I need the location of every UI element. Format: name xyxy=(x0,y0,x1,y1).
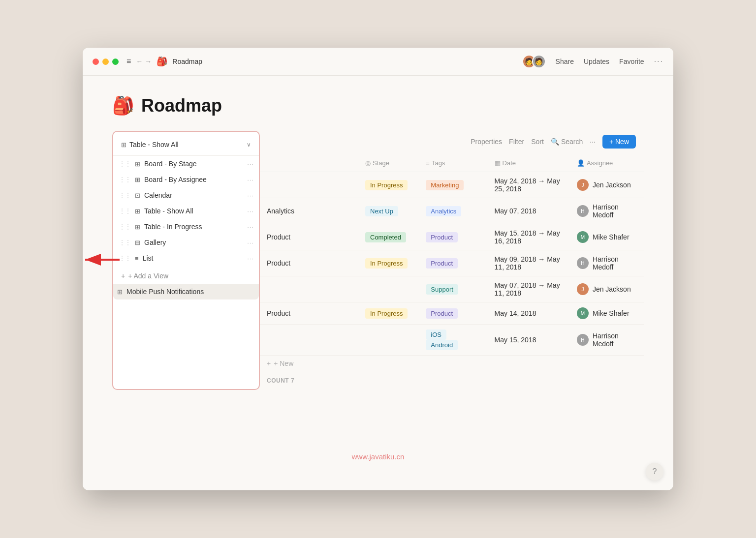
properties-button[interactable]: Properties xyxy=(471,138,502,146)
cell-assignee-5: MMike Shafer xyxy=(569,302,644,325)
red-arrow-indicator xyxy=(83,252,122,269)
cell-tags-6: iOSAndroid xyxy=(418,325,486,356)
board-icon-1: ⊞ xyxy=(135,160,140,168)
more-options-icon-4[interactable]: ··· xyxy=(247,208,254,215)
add-view-label: + Add a View xyxy=(128,272,168,280)
assignee-avatar-4: J xyxy=(577,283,589,295)
col-header-tags: ≡Tags xyxy=(418,154,486,172)
table-row[interactable]: ProductCompletedProductMay 15, 2018 → Ma… xyxy=(259,224,644,250)
sort-button[interactable]: Sort xyxy=(531,138,544,146)
assignee-name-4: Jen Jackson xyxy=(593,285,631,293)
cell-date-4: May 07, 2018 → May 11, 2018 xyxy=(487,276,569,302)
view-item-calendar[interactable]: ⋮⋮ ⊡ Calendar ··· xyxy=(113,187,259,203)
view-item-board-by-stage[interactable]: ⋮⋮ ⊞ Board - By Stage ··· xyxy=(113,156,259,172)
cell-stage-5: In Progress xyxy=(357,302,418,325)
assignee-name-3: Harrison Medoff xyxy=(593,255,636,271)
count-row: COUNT 7 xyxy=(259,371,644,390)
cell-assignee-1: HHarrison Medoff xyxy=(569,198,644,224)
titlebar-right: 🧑 🧑 Share Updates Favorite ··· xyxy=(522,55,663,68)
assignee-name-2: Mike Shafer xyxy=(593,233,630,241)
table-row[interactable]: SupportMay 07, 2018 → May 11, 2018JJen J… xyxy=(259,276,644,302)
new-row-button[interactable]: + + New xyxy=(259,356,644,371)
cell-tags-2: Product xyxy=(418,224,486,250)
count-label: COUNT xyxy=(267,377,289,384)
toolbar: Properties Filter Sort 🔍 Search ··· + Ne… xyxy=(259,131,644,154)
view-label-4: Table - Show All xyxy=(144,207,245,215)
more-options-icon-1[interactable]: ··· xyxy=(247,160,254,168)
more-options-icon-2[interactable]: ··· xyxy=(247,176,254,183)
more-toolbar-button[interactable]: ··· xyxy=(590,138,596,146)
minimize-button[interactable] xyxy=(102,59,109,65)
table-row[interactable]: In ProgressMarketingMay 24, 2018 → May 2… xyxy=(259,172,644,198)
cell-tags-5: Product xyxy=(418,302,486,325)
table-row[interactable]: iOSAndroidMay 15, 2018HHarrison Medoff xyxy=(259,325,644,356)
cell-tags-4: Support xyxy=(418,276,486,302)
gallery-icon: ⊟ xyxy=(135,239,140,246)
tags-col-icon: ≡ xyxy=(426,159,430,167)
cell-name-5: Product xyxy=(259,302,357,325)
watermark: www.javatiku.cn xyxy=(352,452,405,461)
more-options-icon-3[interactable]: ··· xyxy=(247,192,254,199)
col-header-date: ▦Date xyxy=(487,154,569,172)
view-item-table-show-all[interactable]: ⋮⋮ ⊞ Table - Show All ··· xyxy=(113,203,259,219)
drag-handle-icon: ⋮⋮ xyxy=(117,192,133,199)
view-item-list[interactable]: ⋮⋮ ≡ List ··· xyxy=(113,250,259,266)
search-button[interactable]: 🔍 Search xyxy=(551,138,583,146)
view-switcher-header[interactable]: ⊞ Table - Show All ∨ xyxy=(113,137,259,156)
table-icon: ⊞ xyxy=(135,208,140,215)
more-options-icon-6[interactable]: ··· xyxy=(247,239,254,246)
col-header-stage: ◎Stage xyxy=(357,154,418,172)
assignee-name-0: Jen Jackson xyxy=(593,181,631,189)
more-options-icon-5[interactable]: ··· xyxy=(247,223,254,231)
page-content: 🎒 Roadmap ⊞ Table - Show All ∨ ⋮⋮ ⊞ Boar… xyxy=(83,76,673,490)
cell-stage-4 xyxy=(357,276,418,302)
maximize-button[interactable] xyxy=(112,59,119,65)
view-switcher: ⊞ Table - Show All ∨ ⋮⋮ ⊞ Board - By Sta… xyxy=(112,131,260,390)
cell-assignee-2: MMike Shafer xyxy=(569,224,644,250)
add-view-button[interactable]: + + Add a View xyxy=(113,268,259,284)
drag-handle-icon: ⋮⋮ xyxy=(117,176,133,183)
plus-icon: + xyxy=(121,272,125,280)
menu-icon[interactable]: ≡ xyxy=(126,57,131,66)
view-item-board-by-assignee[interactable]: ⋮⋮ ⊞ Board - By Assignee ··· xyxy=(113,172,259,187)
help-button[interactable]: ? xyxy=(646,463,663,480)
drag-handle-icon: ⋮⋮ xyxy=(117,208,133,214)
page-title-row: 🎒 Roadmap xyxy=(112,95,644,116)
date-col-icon: ▦ xyxy=(495,159,501,167)
drag-handle-icon: ⋮⋮ xyxy=(117,223,133,230)
new-button[interactable]: + New xyxy=(602,135,636,149)
view-item-table-in-progress[interactable]: ⋮⋮ ⊞ Table - In Progress ··· xyxy=(113,219,259,235)
updates-button[interactable]: Updates xyxy=(584,58,609,65)
cell-stage-0: In Progress xyxy=(357,172,418,198)
stage-col-icon: ◎ xyxy=(365,159,371,167)
avatar-group: 🧑 🧑 xyxy=(522,55,546,68)
count-value: 7 xyxy=(291,377,294,384)
cell-tags-0: Marketing xyxy=(418,172,486,198)
search-icon: 🔍 xyxy=(551,138,559,146)
view-item-gallery[interactable]: ⋮⋮ ⊟ Gallery ··· xyxy=(113,235,259,250)
more-button[interactable]: ··· xyxy=(654,57,663,66)
filter-button[interactable]: Filter xyxy=(509,138,524,146)
back-arrow[interactable]: ← xyxy=(136,58,143,65)
assignee-avatar-3: H xyxy=(577,257,589,269)
table-row[interactable]: AnalyticsNext UpAnalyticsMay 07, 2018HHa… xyxy=(259,198,644,224)
table-row[interactable]: ProductIn ProgressProductMay 14, 2018MMi… xyxy=(259,302,644,325)
cell-name-4 xyxy=(259,276,357,302)
cell-name-0 xyxy=(259,172,357,198)
forward-arrow[interactable]: → xyxy=(145,58,152,65)
current-view-label: Table - Show All xyxy=(129,141,244,149)
table-row[interactable]: ProductIn ProgressProductMay 09, 2018 → … xyxy=(259,250,644,276)
cell-name-1: Analytics xyxy=(259,198,357,224)
cell-stage-2: Completed xyxy=(357,224,418,250)
more-options-icon-7[interactable]: ··· xyxy=(247,255,254,262)
cell-assignee-4: JJen Jackson xyxy=(569,276,644,302)
assignee-col-icon: 👤 xyxy=(577,159,585,167)
close-button[interactable] xyxy=(93,59,99,65)
cell-tags-3: Product xyxy=(418,250,486,276)
favorite-button[interactable]: Favorite xyxy=(619,58,644,65)
new-row-label: + New xyxy=(274,359,293,367)
view-item-mobile-push[interactable]: ⊞ Mobile Push Notifications xyxy=(113,284,259,299)
share-button[interactable]: Share xyxy=(556,58,574,65)
assignee-avatar-2: M xyxy=(577,231,589,243)
page-icon: 🎒 xyxy=(112,95,134,116)
